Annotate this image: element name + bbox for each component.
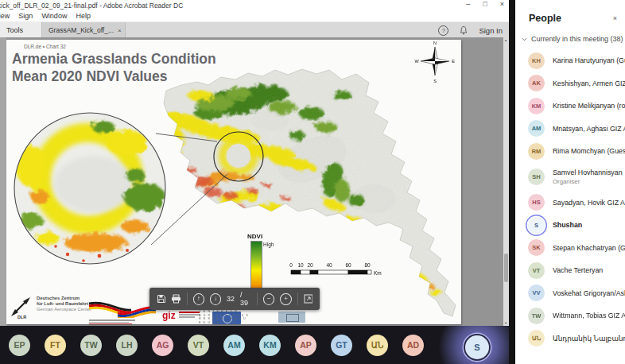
participant-row[interactable]: VV Voskehat Grigoryan/Ashot V...: [515, 282, 625, 305]
zoom-in-button[interactable]: +: [280, 293, 291, 305]
legend-title: NDVI: [247, 233, 295, 240]
next-page-button[interactable]: ↓: [210, 293, 221, 305]
menu-window[interactable]: Window: [41, 12, 67, 20]
participant-role: Organiser: [553, 177, 623, 186]
previous-page-button[interactable]: ↑: [193, 293, 204, 305]
call-avatar: LH: [116, 335, 138, 356]
svg-text:20: 20: [307, 262, 313, 268]
page-number-field[interactable]: 32: [227, 295, 235, 303]
svg-text:0: 0: [289, 262, 293, 268]
minimize-button[interactable]: –: [466, 0, 470, 8]
avatar: SK: [528, 239, 545, 256]
sign-in-button[interactable]: Sign In: [479, 26, 503, 35]
document-area: DLR.de • Chart 32 Armenia Grasslands Con…: [0, 37, 509, 326]
compass-n: N: [433, 41, 437, 45]
avatar: VV: [528, 285, 545, 301]
german-armenian-flag-logo: [87, 300, 157, 318]
call-avatar: ԱՆ: [367, 335, 388, 356]
ndvi-legend: NDVI High Low: [247, 233, 295, 240]
page-count: / 39: [240, 291, 251, 307]
chevron-down-icon: [522, 37, 527, 42]
svg-text:80: 80: [364, 262, 371, 268]
giz-logo: giz: [162, 312, 200, 320]
call-avatar: AG: [152, 335, 173, 356]
window-controls: – □ ×: [466, 0, 504, 8]
scrollbar-thumb[interactable]: [504, 254, 508, 282]
window-titlebar: kick_off_DLR_02_09_21-final.pdf - Adobe …: [0, 0, 509, 10]
print-icon[interactable]: [171, 294, 181, 304]
participant-row[interactable]: S Shushan: [515, 214, 625, 237]
maximize-button[interactable]: □: [483, 0, 487, 8]
compass-e: E: [452, 59, 455, 64]
avatar: AM: [528, 120, 545, 137]
care-logo-text: C E N T E R F O R A G R I B U S I N E S …: [199, 310, 249, 324]
avatar: KM: [528, 98, 545, 114]
pdf-floating-toolbar: ↑ ↓ 32 / 39 − +: [149, 288, 320, 310]
avatar: HS: [528, 194, 545, 211]
participant-name: Անդրանիկ Նալբանդյան: [553, 335, 625, 343]
tab-tools[interactable]: Tools: [0, 22, 42, 38]
participant-name: Keshishyan, Armen GIZ AM: [553, 79, 625, 87]
flag-logo-caption: [89, 319, 138, 324]
dlr-logo: DLR Deutsches Zentrum für Luft- und Raum…: [11, 296, 91, 319]
tab-document[interactable]: GrassAM_Kick_off_... ×: [42, 22, 126, 38]
zoom-out-button[interactable]: −: [263, 293, 274, 305]
menu-help[interactable]: Help: [76, 12, 91, 20]
fullscreen-icon[interactable]: [304, 294, 312, 304]
avatar: TW: [528, 308, 545, 324]
participant-name: Karina Harutyunyan (Guest): [553, 56, 625, 64]
scale-bar: 0 10 20 40 60 80: [289, 262, 382, 276]
call-avatar: AM: [223, 335, 245, 356]
avatar: ԱՆ: [528, 330, 545, 347]
save-icon[interactable]: [157, 294, 165, 304]
close-panel-icon[interactable]: ×: [613, 14, 617, 22]
participant-row[interactable]: SH Samvel Hovhannisyan Organiser: [515, 163, 625, 192]
avatar: RM: [528, 143, 545, 160]
meeting-section-header[interactable]: Currently in this meeting (38): [522, 35, 625, 43]
scroll-down-icon[interactable]: ▼: [504, 321, 507, 325]
menu-bar: View Sign Window Help: [0, 10, 509, 22]
participant-row[interactable]: AM Mnatsyan, Aghasi GIZ AM: [515, 118, 625, 141]
avatar: KH: [528, 52, 545, 69]
help-icon[interactable]: ?: [438, 25, 448, 36]
call-avatar: FT: [45, 335, 66, 356]
participant-row[interactable]: HS Sayadyan, Hovik GIZ AM: [515, 192, 625, 215]
close-button[interactable]: ×: [500, 0, 504, 8]
participant-name: Stepan Khachatryan (Guest): [553, 244, 625, 252]
active-speaker-avatar: S: [465, 335, 489, 359]
pdf-page: DLR.de • Chart 32 Armenia Grasslands Con…: [6, 40, 461, 324]
participant-row[interactable]: KM Kristine Melikjanyan (гость): [515, 95, 625, 118]
screen: kick_off_DLR_02_09_21-final.pdf - Adobe …: [0, 0, 625, 364]
call-avatar: GT: [331, 335, 352, 356]
participant-name: Shushan: [553, 221, 582, 229]
participant-row[interactable]: AK Keshishyan, Armen GIZ AM: [515, 72, 625, 95]
participant-name: Vache Terteryan: [553, 266, 603, 274]
participant-name: Sayadyan, Hovik GIZ AM: [553, 199, 625, 207]
university-logo: [278, 312, 305, 323]
legend-high: High: [263, 242, 274, 247]
participant-name: Wittmann, Tobias GIZ AM: [553, 312, 625, 319]
tab-close-icon[interactable]: ×: [118, 27, 122, 34]
tab-bar: Tools GrassAM_Kick_off_... × ? Sign In: [0, 22, 509, 38]
dlr-mark-icon: DLR: [11, 296, 33, 319]
participant-row[interactable]: TW Wittmann, Tobias GIZ AM: [515, 304, 625, 327]
participant-row[interactable]: ԱՆ Անդրանիկ Նալբանդյան: [515, 327, 625, 350]
menu-view[interactable]: View: [0, 12, 10, 20]
svg-text:60: 60: [345, 262, 351, 268]
compass-rose: N E S W: [414, 41, 455, 83]
call-avatar: EP: [9, 335, 30, 356]
compass-s: S: [433, 79, 437, 83]
participant-row[interactable]: SK Stepan Khachatryan (Guest): [515, 237, 625, 260]
vertical-scrollbar[interactable]: ▲ ▼: [503, 37, 509, 326]
call-avatar: VT: [188, 335, 209, 356]
svg-text:DLR: DLR: [17, 315, 26, 319]
menu-sign[interactable]: Sign: [18, 12, 33, 20]
participant-row[interactable]: KH Karina Harutyunyan (Guest): [515, 49, 625, 72]
call-avatar: TW: [80, 335, 102, 356]
participant-name: Voskehat Grigoryan/Ashot V...: [553, 289, 625, 297]
window-title: kick_off_DLR_02_09_21-final.pdf - Adobe …: [0, 2, 183, 10]
participant-row[interactable]: RM Rima Momchyan (Guest): [515, 140, 625, 163]
participant-row[interactable]: VT Vache Terteryan: [515, 259, 625, 282]
scroll-up-icon[interactable]: ▲: [504, 38, 507, 42]
bell-icon[interactable]: [460, 25, 468, 35]
